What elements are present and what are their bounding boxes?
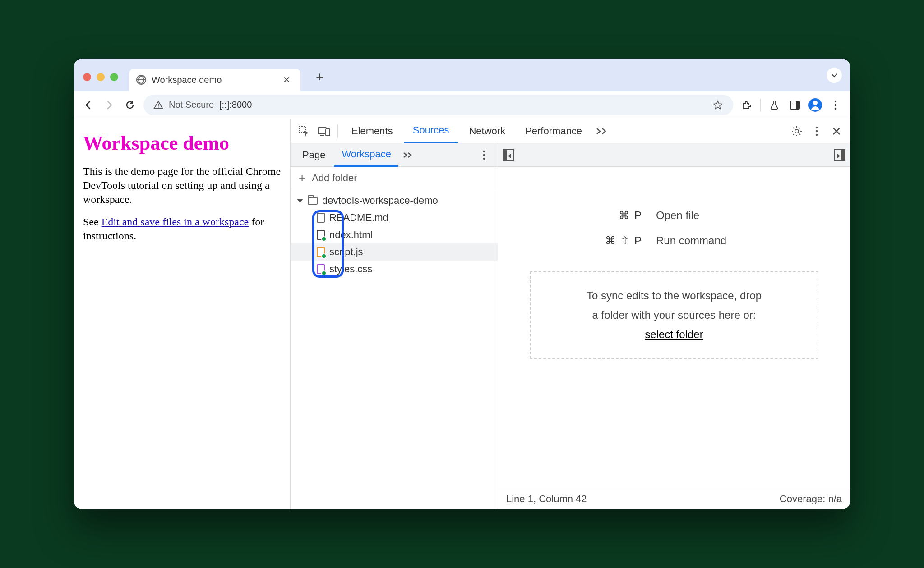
warning-icon <box>153 100 163 110</box>
reload-button[interactable] <box>123 98 137 112</box>
coverage-status: Coverage: n/a <box>780 493 842 505</box>
mapped-badge <box>321 270 327 276</box>
tab-list-dropdown[interactable] <box>827 68 842 83</box>
page-heading: Workspace demo <box>83 132 281 155</box>
plus-icon: + <box>299 171 305 185</box>
editor-body: ⌘ P Open file ⌘ ⇧ P Run command To sync … <box>498 167 850 488</box>
devtools-main-tabs: Elements Sources Network Performance <box>291 119 850 143</box>
svg-rect-3 <box>796 101 799 109</box>
labs-button[interactable] <box>767 98 781 112</box>
svg-point-12 <box>816 126 818 128</box>
close-window-button[interactable] <box>83 73 91 81</box>
svg-point-4 <box>835 100 837 102</box>
navigator-tab-workspace[interactable]: Workspace <box>334 143 398 167</box>
shortcut-open-file: ⌘ P Open file <box>548 203 800 228</box>
tree-file-styles[interactable]: styles.css <box>291 261 498 278</box>
file-icon <box>317 213 325 223</box>
profile-avatar[interactable] <box>808 98 822 112</box>
new-tab-button[interactable]: + <box>310 67 329 87</box>
caret-down-icon <box>297 199 303 203</box>
tree-folder[interactable]: devtools-workspace-demo <box>291 192 498 209</box>
browser-window: Workspace demo ✕ + Not Secure [::]:8000 <box>74 59 850 509</box>
back-button[interactable] <box>81 98 96 112</box>
device-toolbar-icon[interactable] <box>315 122 333 140</box>
tab-strip: Workspace demo ✕ + <box>74 59 850 91</box>
shortcut-label: Run command <box>642 234 796 247</box>
folder-icon <box>308 197 318 205</box>
tree-file-readme[interactable]: README.md <box>291 209 498 226</box>
page-paragraph-1: This is the demo page for the official C… <box>83 165 281 207</box>
content-area: Workspace demo This is the demo page for… <box>74 119 850 509</box>
sidepanel-button[interactable] <box>788 98 802 112</box>
bookmark-star-icon[interactable] <box>712 100 723 110</box>
devtools-menu-button[interactable] <box>808 122 826 140</box>
drop-text-2: a folder with your sources here or: <box>542 305 806 325</box>
svg-point-1 <box>158 106 159 107</box>
svg-point-5 <box>835 104 837 106</box>
shortcut-label: Open file <box>642 209 796 222</box>
inspect-element-icon[interactable] <box>295 122 313 140</box>
browser-tab-title: Workspace demo <box>152 75 275 85</box>
add-folder-button[interactable]: + Add folder <box>291 167 498 189</box>
svg-rect-10 <box>326 129 330 136</box>
tab-performance[interactable]: Performance <box>516 119 591 143</box>
mapped-badge <box>321 236 327 242</box>
svg-rect-8 <box>318 128 326 134</box>
navigator-more-tabs[interactable] <box>400 146 416 164</box>
shortcut-run-command: ⌘ ⇧ P Run command <box>548 228 800 253</box>
url-text: [::]:8000 <box>219 100 707 110</box>
show-navigator-toggle[interactable] <box>503 149 514 161</box>
forward-button[interactable] <box>102 98 116 112</box>
file-name: script.js <box>329 246 363 258</box>
file-icon-js <box>317 247 325 257</box>
devtools-divider <box>337 124 338 138</box>
minimize-window-button[interactable] <box>97 73 105 81</box>
toolbar-divider <box>760 99 761 111</box>
file-tree: devtools-workspace-demo README.md ndex.h… <box>291 189 498 509</box>
browser-tab[interactable]: Workspace demo ✕ <box>129 69 300 91</box>
browser-menu-button[interactable] <box>828 98 843 112</box>
address-bar[interactable]: Not Secure [::]:8000 <box>143 95 733 115</box>
devtools-body: Page Workspace + Add folder <box>291 143 850 509</box>
page-paragraph-2: See Edit and save files in a workspace f… <box>83 215 281 243</box>
tree-file-index[interactable]: ndex.html <box>291 226 498 243</box>
devtools-close-button[interactable] <box>827 122 845 140</box>
rendered-page: Workspace demo This is the demo page for… <box>74 119 291 509</box>
tutorial-link[interactable]: Edit and save files in a workspace <box>102 216 249 228</box>
tree-file-script[interactable]: script.js <box>291 243 498 261</box>
navigator-menu-button[interactable] <box>475 146 493 164</box>
sources-navigator: Page Workspace + Add folder <box>291 143 498 509</box>
globe-icon <box>136 75 146 85</box>
file-icon-html <box>317 230 325 240</box>
devtools-panel: Elements Sources Network Performance <box>291 119 850 509</box>
file-icon-css <box>317 264 325 274</box>
security-label: Not Secure <box>169 100 214 110</box>
maximize-window-button[interactable] <box>110 73 118 81</box>
window-controls <box>83 73 118 81</box>
svg-point-14 <box>816 133 818 136</box>
editor-toolbar <box>498 143 850 167</box>
add-folder-label: Add folder <box>312 172 357 184</box>
select-folder-link[interactable]: select folder <box>645 328 703 340</box>
more-tabs-button[interactable] <box>593 122 611 140</box>
mapped-badge <box>321 253 327 259</box>
shortcut-keys: ⌘ P <box>552 209 642 222</box>
close-tab-button[interactable]: ✕ <box>280 73 293 87</box>
svg-point-13 <box>816 130 818 132</box>
file-name: styles.css <box>329 263 372 275</box>
tab-sources[interactable]: Sources <box>404 119 458 144</box>
extensions-button[interactable] <box>739 98 754 112</box>
svg-point-17 <box>483 157 485 160</box>
shortcuts-hint: ⌘ P Open file ⌘ ⇧ P Run command <box>548 203 800 253</box>
svg-point-11 <box>795 129 799 133</box>
devtools-settings-button[interactable] <box>788 122 806 140</box>
tab-elements[interactable]: Elements <box>342 119 402 143</box>
shortcut-keys: ⌘ ⇧ P <box>552 234 642 247</box>
drop-text-1: To sync edits to the workspace, drop <box>542 286 806 305</box>
tab-network[interactable]: Network <box>460 119 514 143</box>
editor-status-bar: Line 1, Column 42 Coverage: n/a <box>498 488 850 509</box>
svg-point-6 <box>835 107 837 110</box>
workspace-drop-zone[interactable]: To sync edits to the workspace, drop a f… <box>530 271 818 359</box>
navigator-tab-page[interactable]: Page <box>295 144 333 166</box>
show-debugger-toggle[interactable] <box>834 149 845 161</box>
